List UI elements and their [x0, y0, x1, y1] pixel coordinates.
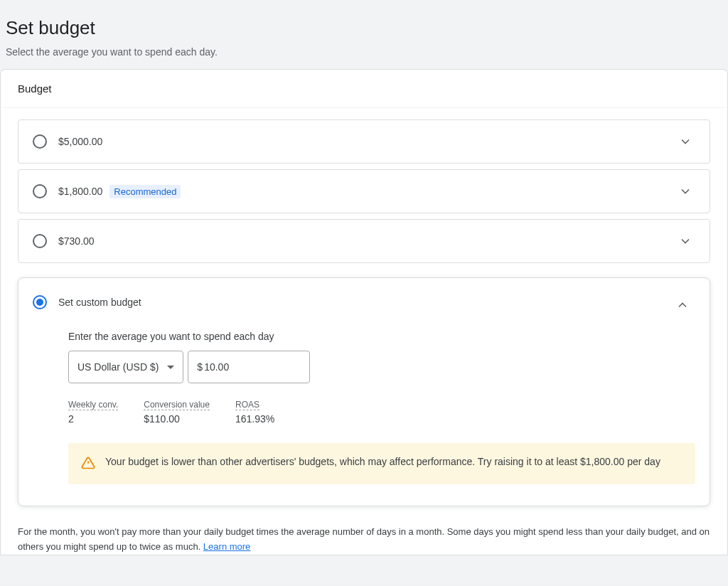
learn-more-link[interactable]: Learn more [203, 541, 250, 552]
chevron-down-icon [678, 234, 692, 248]
metric-value: 2 [68, 413, 118, 425]
recommended-badge: Recommended [109, 185, 181, 198]
metric-weekly-conv: Weekly conv. 2 [68, 398, 118, 425]
options-container: $5,000.00 $1,800.00 Recommended $730.00 [1, 108, 727, 506]
warning-icon [81, 456, 95, 473]
input-row: US Dollar (USD $) $ [68, 351, 695, 383]
metrics-row: Weekly conv. 2 Conversion value $110.00 … [68, 398, 695, 425]
warning-box: Your budget is lower than other advertis… [68, 443, 695, 484]
metric-label: ROAS [235, 400, 259, 410]
budget-card: Budget $5,000.00 $1,800.00 Recommended [0, 69, 728, 555]
custom-budget-option: Set custom budget Enter the average you … [18, 277, 710, 506]
radio-icon[interactable] [33, 234, 47, 248]
budget-option-amount: $5,000.00 [58, 136, 102, 147]
custom-budget-header[interactable]: Set custom budget [18, 278, 710, 321]
caret-down-icon [167, 366, 174, 369]
warning-text: Your budget is lower than other advertis… [105, 454, 660, 469]
amount-input-wrapper[interactable]: $ [188, 351, 310, 383]
custom-instruction: Enter the average you want to spend each… [68, 331, 695, 342]
budget-option-amount: $1,800.00 [58, 186, 102, 197]
page-title: Set budget [6, 17, 722, 39]
metric-value: 161.93% [235, 413, 274, 425]
amount-field[interactable] [204, 361, 275, 373]
budget-option[interactable]: $730.00 [18, 219, 710, 263]
custom-budget-body: Enter the average you want to spend each… [18, 321, 710, 506]
metric-label: Weekly conv. [68, 400, 118, 410]
metric-roas: ROAS 161.93% [235, 398, 274, 425]
section-title: Budget [1, 70, 727, 108]
metric-conversion-value: Conversion value $110.00 [144, 398, 210, 425]
radio-icon[interactable] [33, 295, 47, 309]
chevron-down-icon [678, 184, 692, 198]
budget-option-amount: $730.00 [58, 235, 95, 247]
custom-budget-label: Set custom budget [58, 297, 141, 308]
budget-option[interactable]: $1,800.00 Recommended [18, 169, 710, 213]
metric-label: Conversion value [144, 400, 210, 410]
budget-option[interactable]: $5,000.00 [18, 119, 710, 164]
radio-icon[interactable] [33, 184, 47, 198]
footer-text-content: For the month, you won't pay more than y… [18, 526, 710, 552]
page-subtitle: Select the average you want to spend eac… [6, 46, 722, 58]
currency-label: US Dollar (USD $) [77, 361, 159, 373]
chevron-up-icon [675, 298, 690, 312]
page-header: Set budget Select the average you want t… [0, 0, 728, 69]
currency-dropdown[interactable]: US Dollar (USD $) [68, 351, 183, 383]
amount-prefix: $ [197, 361, 203, 373]
radio-icon[interactable] [33, 134, 47, 149]
chevron-down-icon [678, 134, 692, 149]
metric-value: $110.00 [144, 413, 210, 425]
footer-text: For the month, you won't pay more than y… [1, 512, 727, 555]
